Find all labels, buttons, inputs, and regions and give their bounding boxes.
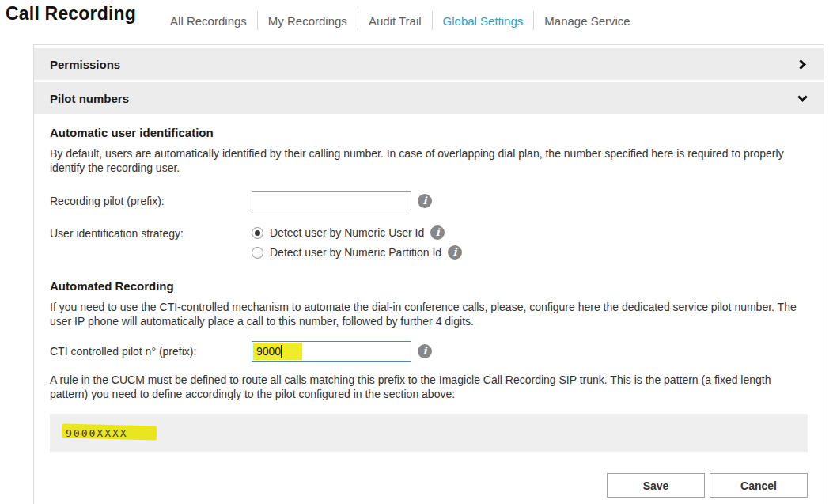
cti-pilot-input[interactable]: 9000	[252, 341, 411, 362]
strategy-options: Detect user by Numeric User Id i Detect …	[252, 225, 462, 260]
radio-label: Detect user by Numeric User Id	[270, 226, 424, 239]
accordion-permissions[interactable]: Permissions	[34, 48, 824, 80]
radio-selected-icon[interactable]	[252, 227, 263, 239]
settings-panel: Permissions Pilot numbers Automatic user…	[33, 44, 824, 504]
accordion-pilot-numbers-title: Pilot numbers	[50, 92, 129, 105]
recording-pilot-row: Recording pilot (prefix): i	[50, 191, 808, 210]
pattern-box: 9000XXXX	[50, 414, 808, 452]
user-identification-strategy-row: User identification strategy: Detect use…	[50, 227, 808, 260]
radio-unselected-icon[interactable]	[252, 247, 263, 259]
automated-recording-description: If you need to use the CTI-controlled me…	[50, 301, 808, 328]
cucm-note: A rule in the CUCM must be defined to ro…	[50, 373, 808, 401]
radio-detect-numeric-partition-id[interactable]: Detect user by Numeric Partition Id i	[252, 245, 462, 260]
cti-pilot-label: CTI controlled pilot n° (prefix):	[50, 345, 252, 358]
cti-pilot-row: CTI controlled pilot n° (prefix): 9000 i	[50, 341, 808, 362]
dial-pattern: 9000XXXX	[66, 427, 128, 439]
info-icon[interactable]: i	[430, 225, 445, 240]
nav-audit-trail[interactable]: Audit Trail	[358, 13, 432, 29]
info-icon[interactable]: i	[448, 245, 462, 260]
nav-manage-service[interactable]: Manage Service	[534, 13, 640, 29]
chevron-right-icon	[796, 59, 806, 70]
cancel-button[interactable]: Cancel	[710, 473, 808, 498]
nav-my-recordings[interactable]: My Recordings	[258, 13, 358, 29]
save-button[interactable]: Save	[607, 473, 705, 498]
form-actions: Save Cancel	[34, 473, 808, 498]
text-caret	[281, 345, 282, 358]
cti-pilot-value: 9000	[256, 345, 281, 358]
pilot-numbers-content: Automatic user identification By default…	[34, 126, 824, 401]
accordion-permissions-title: Permissions	[50, 58, 120, 71]
radio-label: Detect user by Numeric Partition Id	[270, 246, 441, 259]
automated-recording-heading: Automated Recording	[50, 279, 808, 293]
auto-user-identification-heading: Automatic user identification	[50, 126, 808, 139]
chevron-down-icon	[797, 92, 808, 102]
nav-all-recordings[interactable]: All Recordings	[160, 13, 257, 29]
accordion-pilot-numbers[interactable]: Pilot numbers	[34, 82, 824, 114]
app-title: Call Recording	[6, 0, 136, 25]
auto-user-identification-description: By default, users are automatically iden…	[50, 147, 808, 175]
radio-detect-numeric-user-id[interactable]: Detect user by Numeric User Id i	[252, 225, 462, 240]
info-icon[interactable]: i	[418, 194, 432, 208]
app-header: Call Recording All Recordings My Recordi…	[0, 0, 833, 35]
nav-global-settings[interactable]: Global Settings	[433, 13, 534, 29]
main-nav: All Recordings My Recordings Audit Trail…	[160, 5, 641, 30]
recording-pilot-label: Recording pilot (prefix):	[50, 195, 252, 207]
recording-pilot-input[interactable]	[252, 191, 411, 210]
user-identification-strategy-label: User identification strategy:	[50, 227, 252, 240]
info-icon[interactable]: i	[418, 344, 432, 358]
